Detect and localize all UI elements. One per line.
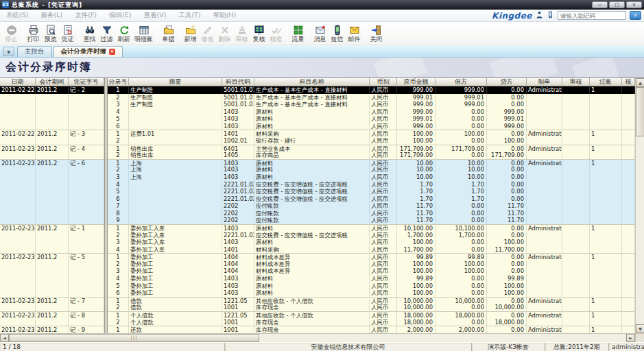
table-row[interactable]: 82202应付账款人民币11.700.0011.70 — [0, 210, 635, 217]
scroll-left-button[interactable]: ◄ — [0, 334, 9, 342]
column-header-14[interactable]: 过账 — [590, 78, 622, 86]
close-button[interactable]: × — [626, 1, 642, 8]
table-row[interactable]: 5委外加工1403原材料人民币100.000.00100.00 — [0, 282, 635, 290]
column-header-9[interactable]: 原币金额 — [397, 78, 436, 86]
toolbar-button-mail[interactable]: 邮件 — [346, 23, 363, 44]
table-row[interactable]: 2011-02-232011.2记 - 71借款1221.05其他应收款 - 个… — [0, 297, 635, 304]
table-row[interactable]: 2生产制造5001.01.01生产成本 - 基本生产成本 - 直接材料人民币99… — [0, 94, 635, 101]
toolbar-button-new[interactable]: 新增 — [182, 23, 199, 44]
cell: 11.70 — [487, 210, 527, 217]
menu-item-3[interactable]: 文件(F) — [69, 11, 103, 20]
cell: 人民币 — [370, 86, 397, 94]
horizontal-scroll-thumb[interactable]: ||| — [9, 334, 259, 342]
tab-close-icon[interactable]: × — [109, 49, 115, 55]
table-row[interactable]: 62221.01.02应交税费 - 应交增值税 - 应交进项税人民币1.701.… — [0, 195, 635, 203]
horizontal-scrollbar[interactable]: ◄ ||| ► — [0, 333, 635, 342]
scroll-up-button[interactable]: ▲ — [636, 78, 644, 87]
column-header-12[interactable]: 制单 — [527, 78, 562, 86]
table-row[interactable]: 42221.01.02应交税费 - 应交增值税 - 应交进项税人民币1.701.… — [0, 181, 635, 189]
table-row[interactable]: 2011-02-222011.2记 - 21生产制造5001.01.01生产成本… — [0, 86, 635, 94]
column-header-13[interactable]: 审核 — [562, 78, 590, 86]
table-row[interactable]: 2011-02-232011.2记 - 51委外加工1404材料成本差异人民币9… — [0, 253, 635, 261]
table-row[interactable]: 6委外加工1403原材料人民币100.000.00100.00 — [0, 289, 635, 297]
toolbar-button-print[interactable]: 打印 — [25, 23, 42, 44]
column-header-2[interactable]: 会计期间 — [36, 78, 69, 86]
cell — [69, 217, 104, 224]
table-row[interactable]: 4委外加工入库1401材料采购人民币11,700.000.0011,700.00 — [0, 246, 635, 254]
minimize-button[interactable]: — — [592, 1, 608, 8]
table-row[interactable]: 2011-02-232011.2记 - 41销售出库6401主营业务成本人民币1… — [0, 145, 635, 152]
column-header-7[interactable]: 科目名称 — [254, 78, 370, 86]
table-row[interactable]: 2011-02-232011.2记 - 61上海1403原材料人民币10.001… — [0, 159, 635, 167]
table-row[interactable]: 2011-02-232011.2记 - 11委外加工入库1403原材料人民币10… — [0, 224, 635, 232]
table-row[interactable]: 2借款1001库存现金人民币10,000.000.0010,000.00 — [0, 304, 635, 311]
cell: 999.01 — [397, 94, 436, 101]
table-row[interactable]: 4委外加工1403原材料人民币99.890.0099.89 — [0, 275, 635, 282]
cell: 2 — [108, 319, 129, 326]
toolbar-button-sms[interactable]: 短信 — [329, 23, 346, 44]
table-row[interactable]: 2委外加工1404材料成本差异人民币100.00100.000.00 — [0, 261, 635, 268]
cell: 8 — [108, 210, 129, 217]
tab-2[interactable]: 会计分录序时簿× — [53, 46, 123, 57]
column-header-15[interactable]: 核 — [622, 78, 635, 86]
column-header-5[interactable]: 摘要 — [129, 78, 222, 86]
table-row[interactable]: 2011-02-232011.2记 - 91还款1001库存现金人民币2,000… — [0, 326, 635, 333]
table-row[interactable]: 41403原材料人民币999.000.00999.00 — [0, 108, 635, 116]
table-row[interactable]: 3委外加工入库1403原材料人民币100.000.00100.00 — [0, 239, 635, 246]
cell: 应付账款 — [254, 217, 370, 224]
toolbar-button-voucher[interactable]: 凭证 — [59, 23, 76, 44]
mnemonic-go-button[interactable]: » — [630, 11, 641, 20]
maximize-button[interactable]: □ — [609, 1, 625, 8]
vertical-scroll-thumb[interactable] — [636, 87, 644, 136]
table-row[interactable]: 2011-02-232011.2记 - 81个人借款1221.05其他应收款 -… — [0, 311, 635, 319]
table-row[interactable]: 72202应付账款人民币11.700.0011.70 — [0, 202, 635, 210]
menu-item-6[interactable]: 工具(T) — [172, 11, 206, 20]
tab-1[interactable]: 主控台 — [17, 46, 52, 57]
scroll-right-button[interactable]: ► — [626, 334, 635, 342]
cell: 应付账款 — [254, 202, 370, 210]
table-row[interactable]: 2委外加工入库2221.01.02应交税费 - 应交增值税 - 应交进项税人民币… — [0, 232, 635, 239]
table-row[interactable]: 2上海1403原材料人民币10.0010.000.00 — [0, 166, 635, 173]
column-header-8[interactable]: 币别 — [370, 78, 397, 86]
column-header-1[interactable]: 日期 — [0, 78, 36, 86]
tab-dropdown-button[interactable]: ▼ — [3, 47, 14, 56]
table-row[interactable]: 2销售出库1405库存商品人民币171,709.000.00171,709.00 — [0, 152, 635, 159]
table-row[interactable]: 61403原材料人民币999.000.00999.00 — [0, 123, 635, 130]
toolbar-button-approve: 核准 — [267, 23, 285, 44]
table-row[interactable]: 3上海1403原材料人民币10.0010.000.00 — [0, 173, 635, 181]
toolbar-button-ledger[interactable]: 明细账 — [132, 23, 155, 44]
table-row[interactable]: 3委外加工1404材料成本差异人民币100.00100.000.00 — [0, 267, 635, 275]
column-header-11[interactable]: 贷方 — [487, 78, 527, 86]
mnemonic-input[interactable] — [558, 11, 626, 20]
toolbar-button-flow[interactable]: 流量 — [289, 23, 307, 44]
table-row[interactable]: 2个人借款1001库存现金人民币18,000.000.0018,000.00 — [0, 319, 635, 326]
vertical-scrollbar[interactable]: ▲ ▼ — [635, 78, 644, 333]
page-title-band: 会计分录序时簿 — [0, 58, 644, 78]
menu-item-7[interactable]: 帮助(H) — [207, 11, 243, 20]
column-header-10[interactable]: 借方 — [436, 78, 487, 86]
column-header-3[interactable]: 凭证字号 — [69, 78, 104, 86]
menu-item-1[interactable]: 系统(S) — [0, 11, 34, 20]
column-header-4[interactable]: 分录号 — [108, 78, 129, 86]
toolbar-button-find[interactable]: 查找 — [81, 23, 98, 44]
menu-item-4[interactable]: 编辑(E) — [103, 11, 137, 20]
cell: 1,700.00 — [436, 232, 487, 239]
table-row[interactable]: 21002.01银行存款 - 建行人民币100.000.00100.00 — [0, 137, 635, 145]
toolbar-button-document[interactable]: 单据 — [160, 23, 177, 44]
menu-item-5[interactable]: 查看(V) — [137, 11, 172, 20]
cell: 1 — [590, 159, 622, 167]
toolbar-button-filter[interactable]: 过滤 — [98, 23, 115, 44]
toolbar-button-review[interactable]: 复核 — [250, 23, 267, 44]
table-row[interactable]: 3生产制造5001.01.01生产成本 - 基本生产成本 - 直接材料人民币99… — [0, 101, 635, 108]
toolbar-button-message[interactable]: 消息 — [311, 23, 329, 44]
table-row[interactable]: 51403原材料人民币999.010.00999.01 — [0, 115, 635, 123]
toolbar-button-refresh[interactable]: 刷新 — [115, 23, 132, 44]
toolbar-button-exit[interactable]: 关闭 — [368, 23, 385, 44]
toolbar-button-preview[interactable]: 预览 — [42, 23, 59, 44]
column-header-6[interactable]: 科目代码 — [222, 78, 254, 86]
menu-item-2[interactable]: 服务(L) — [34, 11, 69, 20]
table-row[interactable]: 92202应付账款人民币11.700.0011.70 — [0, 217, 635, 224]
table-row[interactable]: 52221.01.02应交税费 - 应交增值税 - 应交进项税人民币1.701.… — [0, 188, 635, 195]
table-row[interactable]: 2011-02-222011.2记 - 31运费1.011401材料采购人民币1… — [0, 130, 635, 137]
scroll-down-button[interactable]: ▼ — [636, 324, 644, 333]
